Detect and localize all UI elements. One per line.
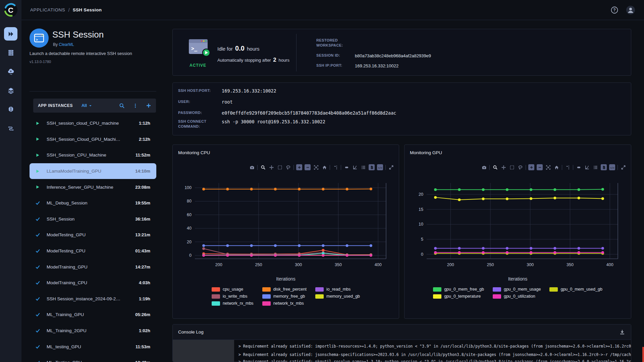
lasso-icon[interactable] bbox=[285, 164, 291, 170]
hover-closest-icon[interactable] bbox=[576, 164, 582, 170]
legend-item[interactable]: gpu_0_mem_usage bbox=[493, 287, 541, 292]
app-side-panel: >_ SSH Session By ClearML Launch a detac… bbox=[21, 20, 161, 362]
download-data-icon[interactable]: () bbox=[369, 164, 375, 170]
ssh-detail-value[interactable]: 169.253.16.332:10022 bbox=[222, 88, 276, 94]
sidebar-item-pipelines[interactable] bbox=[4, 122, 17, 135]
svg-text:400: 400 bbox=[375, 262, 382, 267]
legend-item[interactable]: gpu_0_mem_free_gb bbox=[433, 287, 484, 292]
svg-text:100: 100 bbox=[184, 185, 192, 190]
monitoring-cpu-card: Monitoring CPU ()</> 2002503003504000204… bbox=[172, 144, 399, 319]
box-select-icon[interactable] bbox=[509, 164, 515, 170]
legend-item[interactable]: io_read_mbs bbox=[315, 287, 360, 292]
download-data-icon[interactable]: () bbox=[601, 164, 607, 170]
legend-label: memory_used_gb bbox=[326, 294, 360, 299]
ssh-detail-value[interactable]: root bbox=[222, 99, 233, 105]
modebar-separator bbox=[573, 165, 573, 170]
camera-icon[interactable] bbox=[481, 164, 487, 170]
kebab-menu-icon[interactable] bbox=[133, 103, 138, 108]
log-scale-icon[interactable] bbox=[352, 164, 358, 170]
instance-row[interactable]: SSH_Session_CPU_Machine11:52m bbox=[30, 147, 156, 163]
help-icon[interactable]: ? bbox=[610, 6, 619, 14]
instance-row[interactable]: SSH Session_instance_2024-09-2…1:19h bbox=[30, 291, 156, 307]
zoom-icon[interactable] bbox=[492, 164, 498, 170]
instance-row[interactable]: ML_Testing_CPU13:49m bbox=[30, 355, 156, 362]
sidebar-item-ai-models[interactable] bbox=[4, 103, 17, 116]
instance-row[interactable]: ML_Training_2GPU1:02h bbox=[30, 323, 156, 339]
instances-filter-dropdown[interactable]: All bbox=[82, 103, 93, 108]
hover-closest-icon[interactable] bbox=[343, 164, 350, 170]
instance-row[interactable]: ModelTraining_GPU14:27m bbox=[30, 259, 156, 275]
instance-name: ML_testing_GPU bbox=[47, 344, 81, 349]
autoscale-icon[interactable] bbox=[545, 164, 551, 170]
modebar-separator bbox=[257, 165, 258, 170]
sidebar-item-applications[interactable] bbox=[4, 27, 17, 41]
user-avatar-icon[interactable] bbox=[626, 5, 635, 15]
toggle-legend-icon[interactable] bbox=[360, 164, 366, 170]
pan-icon[interactable] bbox=[268, 164, 274, 170]
legend-swatch bbox=[262, 287, 271, 292]
legend-item[interactable]: network_tx_mbs bbox=[262, 301, 307, 306]
legend-item[interactable]: gpu_0_utilization bbox=[493, 294, 541, 299]
instance-row[interactable]: ML_Training_GPU05:26m bbox=[30, 307, 156, 323]
box-select-icon[interactable] bbox=[277, 164, 283, 170]
instance-row[interactable]: SSH_session_cloud_CPU_machine1:12h bbox=[30, 115, 156, 131]
console-scrollbar-thumb[interactable] bbox=[642, 347, 644, 362]
search-icon[interactable] bbox=[119, 103, 125, 109]
instance-row[interactable]: ModelTesting_CPU01:43m bbox=[30, 243, 156, 259]
zoom-icon[interactable] bbox=[260, 164, 266, 170]
spike-lines-icon[interactable] bbox=[332, 164, 338, 170]
embed-code-icon[interactable]: </> bbox=[609, 164, 615, 170]
maximize-icon[interactable] bbox=[620, 164, 626, 170]
legend-item[interactable]: cpu_usage bbox=[212, 287, 254, 292]
svg-text:>_: >_ bbox=[36, 38, 40, 42]
status-field-value: b80a73ab38c248eb968a4af2a82939e9 bbox=[355, 53, 431, 58]
zoom-out-icon[interactable] bbox=[537, 164, 543, 170]
instance-row[interactable]: ModelTraining_CPU4:03h bbox=[30, 275, 156, 291]
log-scale-icon[interactable] bbox=[584, 164, 590, 170]
instance-row[interactable]: Inference_Server_GPU_Machine23:08m bbox=[30, 179, 156, 195]
download-log-icon[interactable] bbox=[619, 329, 626, 336]
legend-item[interactable]: gpu_0_mem_used_gb bbox=[549, 287, 602, 292]
ssh-detail-value[interactable]: e0f0effdfe929f60f209ebcb5f1878407783dae4… bbox=[222, 110, 396, 116]
console-log-body[interactable]: > Requirement already satisfied: importl… bbox=[173, 340, 631, 362]
sidebar-item-datasets[interactable] bbox=[4, 84, 17, 97]
home-icon[interactable] bbox=[553, 164, 559, 170]
zoom-out-icon[interactable] bbox=[305, 164, 311, 170]
legend-item[interactable]: network_rx_mbs bbox=[212, 301, 254, 306]
embed-code-icon[interactable]: </> bbox=[377, 164, 383, 170]
instance-row[interactable]: SSH_Session36:16m bbox=[30, 211, 156, 227]
instance-name: SSH_session_cloud_CPU_machine bbox=[47, 121, 119, 126]
svg-text:20: 20 bbox=[187, 240, 192, 244]
gpu-chart-plot[interactable]: 20025030035040005101520 bbox=[409, 178, 627, 274]
instance-row[interactable]: ML_Debug_Session19:55m bbox=[30, 195, 156, 211]
home-icon[interactable] bbox=[321, 164, 327, 170]
toggle-legend-icon[interactable] bbox=[592, 164, 598, 170]
instance-row[interactable]: ML_testing_GPU11:53m bbox=[30, 339, 156, 355]
sidebar-item-workers[interactable] bbox=[4, 46, 17, 59]
legend-item[interactable]: io_write_mbs bbox=[212, 294, 254, 299]
legend-swatch bbox=[212, 301, 220, 306]
zoom-in-icon[interactable] bbox=[296, 164, 302, 170]
instance-runtime: 05:26m bbox=[135, 312, 150, 317]
cpu-chart-plot[interactable]: 200250300350400020406080100 bbox=[177, 178, 395, 274]
spike-lines-icon[interactable] bbox=[565, 164, 571, 170]
clearml-logo-icon[interactable]: C bbox=[4, 3, 18, 17]
clearml-link[interactable]: ClearML bbox=[59, 42, 74, 47]
legend-item[interactable]: memory_free_gb bbox=[262, 294, 307, 299]
zoom-in-icon[interactable] bbox=[528, 164, 534, 170]
maximize-icon[interactable] bbox=[388, 164, 394, 170]
sidebar-item-cloud-compute[interactable] bbox=[4, 65, 17, 78]
ssh-detail-value[interactable]: ssh -p 30000 root@169.253.16.332.10022 bbox=[222, 119, 325, 124]
instance-row[interactable]: ModelTesting_GPU13:21m bbox=[30, 227, 156, 243]
instance-row[interactable]: SSH_Session_Cloud_GPU_Machi…2:12h bbox=[30, 131, 156, 147]
instance-row[interactable]: LLamaModelTraining_GPU14:10m bbox=[30, 163, 156, 179]
legend-item[interactable]: gpu_0_temperature bbox=[433, 294, 484, 299]
add-instance-icon[interactable] bbox=[146, 103, 151, 108]
lasso-icon[interactable] bbox=[517, 164, 523, 170]
autoscale-icon[interactable] bbox=[313, 164, 319, 170]
camera-icon[interactable] bbox=[249, 164, 255, 170]
pan-icon[interactable] bbox=[500, 164, 506, 170]
breadcrumb-applications[interactable]: APPLICATIONS bbox=[30, 7, 65, 12]
legend-item[interactable]: disk_free_percent bbox=[262, 287, 307, 292]
legend-item[interactable]: memory_used_gb bbox=[315, 294, 360, 299]
